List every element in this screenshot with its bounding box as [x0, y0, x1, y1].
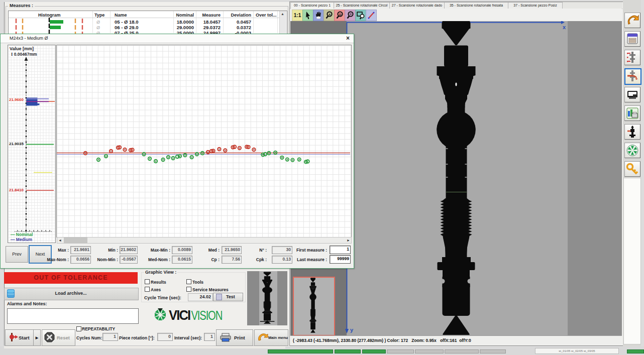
svg-text:x: x [563, 24, 566, 30]
svg-text:VICI: VICI [169, 307, 190, 321]
svg-text:y: y [350, 327, 354, 333]
svg-text:A: A [329, 13, 331, 16]
svg-text:D: D [339, 13, 342, 16]
svg-text:VISION: VISION [191, 308, 223, 321]
